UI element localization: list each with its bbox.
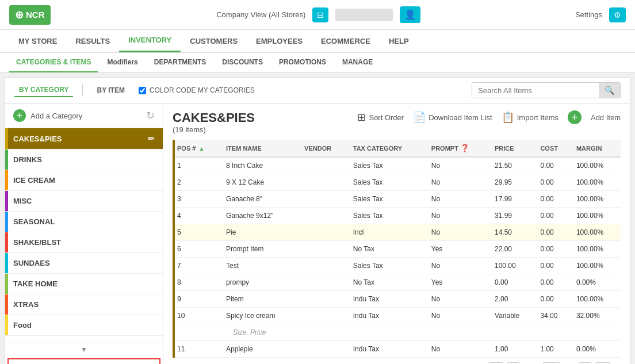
sidebar-item-sundaes[interactable]: SUNDAES [5, 253, 163, 274]
sidebar-item-seasonal[interactable]: SEASONAL [5, 212, 163, 232]
sidebar-item-drinks[interactable]: DRINKS [5, 150, 163, 170]
cell-1: Pitem [221, 291, 300, 308]
add-item-circle-btn[interactable]: + [568, 110, 582, 124]
sidebar-category-list: CAKES&PIES ✏ DRINKS ICE CREAM MISC [5, 128, 163, 343]
nav-customers[interactable]: CUSTOMERS [181, 29, 247, 52]
cell-1: Prompt Item [221, 241, 300, 258]
cat-color-bar [5, 274, 8, 294]
color-code-checkbox[interactable] [139, 87, 146, 94]
search-input[interactable] [472, 83, 599, 98]
cell-5: 100.00 [490, 258, 535, 274]
nav-employees[interactable]: EMPLOYEES [247, 29, 312, 52]
cat-color-bar [5, 128, 8, 149]
cell-7: 0.00% [572, 341, 621, 358]
pagination: |◀ ◀ Page of 1 ▶ ▶| ↻ [173, 358, 621, 364]
color-code-label[interactable]: COLOR CODE MY CATEGORIES [139, 86, 255, 94]
sort-order-btn[interactable]: ⊞ Sort Order [357, 111, 404, 124]
user-avatar-placeholder [335, 9, 393, 21]
cell-1: 8 Inch Cake [221, 157, 300, 174]
table-row[interactable]: 11ApplepieIndu TaxNo1.001.000.00% [173, 341, 621, 358]
col-pos[interactable]: POS # ▲ [173, 140, 221, 157]
cell-3 [349, 324, 427, 341]
scroll-down-btn[interactable]: ▼ [5, 343, 163, 356]
table-row[interactable]: 5PieInclNo14.500.00100.00% [173, 224, 621, 241]
cat-color-bar [5, 232, 8, 252]
add-category-btn[interactable]: + [13, 109, 26, 122]
main-nav: MY STORE RESULTS INVENTORY CUSTOMERS EMP… [0, 30, 635, 53]
company-view-icon-btn[interactable]: ⊟ [312, 7, 328, 22]
table-row[interactable]: 6Prompt ItemNo TaxYes22.000.00100.00% [173, 241, 621, 258]
table-row[interactable]: 7TestSales TaxNo100.000.00100.00% [173, 258, 621, 274]
cell-6: 0.00 [535, 241, 571, 258]
import-items-btn[interactable]: 📋 Import Items [502, 111, 559, 124]
cell-6: 0.00 [535, 208, 571, 224]
table-row[interactable]: 3Ganache 8"Sales TaxNo17.990.00100.00% [173, 191, 621, 208]
cell-3: Sales Tax [349, 157, 427, 174]
nav-my-store[interactable]: MY STORE [9, 29, 66, 52]
cell-0: 2 [173, 174, 221, 191]
download-icon: 📄 [413, 111, 426, 124]
cat-label: SHAKE/BLST [13, 238, 61, 247]
user-profile-btn[interactable]: 👤 [400, 6, 420, 23]
table-row[interactable]: 4Ganache 9x12"Sales TaxNo31.990.00100.00… [173, 208, 621, 224]
top-right: Settings ⚙ [575, 7, 626, 22]
top-bar: ⊕ NCR Company View (All Stores) ⊟ 👤 Sett… [0, 0, 635, 30]
sidebar-item-ice-cream[interactable]: ICE CREAM [5, 170, 163, 191]
cell-7: 0.00% [572, 274, 621, 291]
by-category-btn[interactable]: BY CATEGORY [14, 83, 73, 97]
sidebar-item-xtras[interactable]: XTRAS [5, 294, 163, 315]
nav-help[interactable]: HELP [380, 29, 418, 52]
subnav-modifiers[interactable]: Modifiers [100, 53, 144, 72]
sidebar-item-food[interactable]: Food [5, 315, 163, 336]
edit-icon[interactable]: ✏ [148, 134, 155, 143]
cell-0: 8 [173, 274, 221, 291]
cell-1: Size, Price [221, 324, 300, 341]
cell-2 [300, 341, 349, 358]
cell-7: 32.00% [572, 308, 621, 324]
sidebar-item-take-home[interactable]: TAKE HOME [5, 274, 163, 294]
import-label: Import Items [517, 113, 559, 122]
cell-2 [300, 191, 349, 208]
search-wrapper: 🔍 [472, 82, 621, 98]
cell-1: Test [221, 258, 300, 274]
main-body: + Add a Category ↻ CAKES&PIES ✏ DRINKS I… [5, 104, 630, 364]
settings-icon-btn[interactable]: ⚙ [609, 7, 626, 22]
subnav-promotions[interactable]: PROMOTIONS [272, 53, 333, 72]
cell-6: 0.00 [535, 291, 571, 308]
sidebar-item-cakes-pies[interactable]: CAKES&PIES ✏ [5, 128, 163, 150]
cell-0: 5 [173, 224, 221, 241]
cat-label: SUNDAES [13, 259, 50, 267]
by-item-btn[interactable]: BY ITEM [92, 84, 129, 97]
refresh-categories-btn[interactable]: ↻ [146, 109, 155, 122]
table-row[interactable]: 18 Inch CakeSales TaxNo21.500.00100.00% [173, 157, 621, 174]
cell-5: 31.99 [490, 208, 535, 224]
table-row[interactable]: 29 X 12 CakeSales TaxNo29.950.00100.00% [173, 174, 621, 191]
right-panel: CAKES&PIES (19 items) ⊞ Sort Order 📄 Dow… [163, 104, 630, 364]
edit-multiple-items-btn[interactable]: ⚙ EDIT MULTIPLE ITEMS [7, 358, 160, 364]
cell-1: Ganache 9x12" [221, 208, 300, 224]
cell-3: No Tax [349, 241, 427, 258]
cell-4: No [427, 208, 490, 224]
cell-7: 100.00% [572, 291, 621, 308]
sidebar-item-shake-blst[interactable]: SHAKE/BLST [5, 232, 163, 253]
subnav-departments[interactable]: DEPARTMENTS [147, 53, 213, 72]
subnav-categories-items[interactable]: CATEGORIES & ITEMS [9, 53, 98, 72]
search-btn[interactable]: 🔍 [599, 83, 620, 98]
table-row[interactable]: 10Spicy Ice creamIndu TaxNoVariable34.00… [173, 308, 621, 324]
nav-inventory[interactable]: INVENTORY [119, 29, 181, 52]
cell-3: Incl [349, 224, 427, 241]
cell-4: No [427, 157, 490, 174]
table-row[interactable]: 8prompyNo TaxYes0.000.000.00% [173, 274, 621, 291]
subnav-discounts[interactable]: DISCOUNTS [215, 53, 270, 72]
nav-results[interactable]: RESULTS [66, 29, 119, 52]
download-list-btn[interactable]: 📄 Download Item List [413, 111, 492, 124]
nav-ecommerce[interactable]: ECOMMERCE [312, 29, 380, 52]
cell-4: No [427, 191, 490, 208]
sidebar-item-misc[interactable]: MISC [5, 191, 163, 212]
table-row[interactable]: 9PitemIndu TaxNo2.000.00100.00% [173, 291, 621, 308]
cell-6: 0.00 [535, 258, 571, 274]
cell-2 [300, 291, 349, 308]
table-row[interactable]: Size, Price [173, 324, 621, 341]
cell-0: 7 [173, 258, 221, 274]
subnav-manage[interactable]: MANAGE [335, 53, 380, 72]
